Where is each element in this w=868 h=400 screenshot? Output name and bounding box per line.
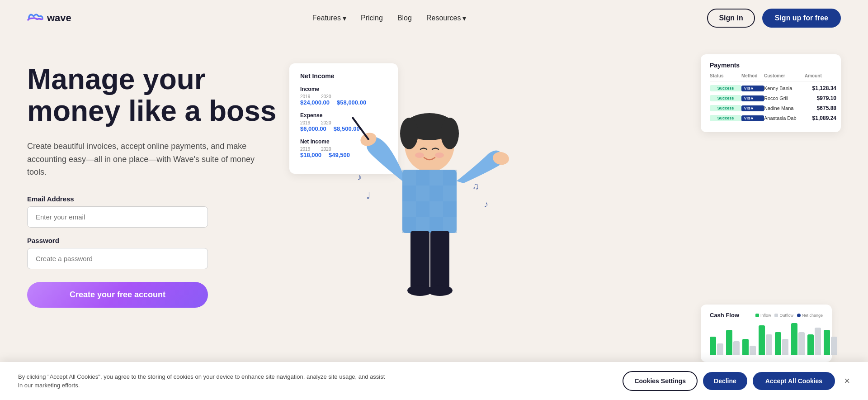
cookie-text: By clicking "Accept All Cookies", you ag… — [18, 372, 389, 390]
decline-button[interactable]: Decline — [703, 372, 747, 390]
svg-rect-15 — [402, 201, 416, 217]
svg-rect-18 — [443, 201, 457, 217]
left-panel: Manage your money like a boss Create bea… — [27, 54, 289, 389]
svg-rect-7 — [402, 170, 416, 186]
legend-outflow: Outflow — [774, 313, 793, 318]
svg-point-2 — [400, 118, 418, 149]
svg-rect-13 — [429, 186, 443, 201]
outflow-bar — [831, 337, 837, 355]
bar-group — [726, 330, 740, 355]
accept-all-cookies-button[interactable]: Accept All Cookies — [753, 372, 835, 390]
password-label: Password — [27, 237, 289, 244]
bar-group — [824, 330, 837, 355]
svg-point-4 — [415, 152, 424, 158]
outflow-bar — [782, 339, 788, 355]
payments-card: Payments Status Method Customer Amount S… — [701, 54, 841, 132]
nav-resources[interactable]: Resources ▾ — [426, 14, 466, 23]
bar-group — [710, 337, 723, 355]
net-income-title: Net Income — [300, 72, 387, 80]
chevron-down-icon: ▾ — [343, 14, 346, 23]
music-note-icon: ♫ — [472, 181, 479, 191]
inflow-bar — [775, 332, 781, 355]
main-content: Manage your money like a boss Create bea… — [0, 36, 868, 389]
music-note-icon: ♪ — [357, 172, 362, 182]
character-illustration: ♪ ♩ ♫ ♪ — [344, 81, 515, 330]
inflow-bar — [710, 337, 716, 355]
svg-rect-9 — [429, 170, 443, 186]
outflow-bar — [717, 343, 723, 355]
table-row: Success VISA Kenny Bania $1,128.34 — [710, 85, 832, 91]
svg-rect-22 — [443, 217, 457, 233]
svg-point-3 — [441, 118, 459, 149]
svg-rect-21 — [429, 217, 443, 233]
svg-rect-10 — [443, 170, 457, 186]
svg-line-25 — [353, 118, 368, 139]
right-panel: Net Income Income 2019 2020 $24,000.00 $… — [289, 54, 841, 389]
music-note-icon: ♩ — [366, 190, 370, 201]
payments-title: Payments — [710, 62, 832, 69]
music-note-icon: ♪ — [484, 199, 488, 210]
svg-rect-14 — [443, 186, 457, 201]
inflow-bar — [726, 330, 732, 355]
svg-rect-11 — [402, 186, 416, 201]
cookie-actions: Cookies Settings Decline Accept All Cook… — [623, 371, 850, 391]
inflow-bar — [791, 323, 797, 355]
bar-group — [807, 328, 821, 355]
svg-point-5 — [435, 152, 444, 158]
bar-group — [742, 339, 756, 355]
nav-features[interactable]: Features ▾ — [312, 14, 346, 23]
outflow-bar — [750, 346, 756, 355]
signup-button[interactable]: Sign up for free — [762, 9, 841, 28]
navbar: wave Features ▾ Pricing Blog Resources ▾… — [0, 0, 868, 36]
nav-actions: Sign in Sign up for free — [707, 9, 841, 28]
svg-point-29 — [427, 285, 453, 296]
outflow-bar — [798, 332, 805, 355]
table-row: Success VISA Rocco Grill $979.10 — [710, 95, 832, 101]
cookie-banner: By clicking "Accept All Cookies", you ag… — [0, 362, 868, 400]
outflow-bar — [766, 334, 772, 355]
email-input[interactable] — [27, 206, 208, 228]
close-cookie-banner-button[interactable]: × — [844, 375, 850, 387]
payments-table-header: Status Method Customer Amount — [710, 73, 832, 81]
table-row: Success VISA Anastasia Dab $1,089.24 — [710, 115, 832, 121]
hero-title: Manage your money like a boss — [27, 63, 289, 127]
inflow-bar — [759, 325, 765, 355]
svg-rect-17 — [429, 201, 443, 217]
wave-logo-icon — [27, 12, 43, 24]
chevron-down-icon: ▾ — [462, 14, 466, 23]
email-form-group: Email Address — [27, 195, 289, 228]
hero-subtitle: Create beautiful invoices, accept online… — [27, 140, 262, 179]
nav-links: Features ▾ Pricing Blog Resources ▾ — [312, 14, 467, 23]
svg-rect-19 — [402, 217, 416, 233]
password-form-group: Password — [27, 237, 289, 269]
inflow-bar — [807, 334, 814, 355]
bar-group — [791, 323, 805, 355]
nav-pricing[interactable]: Pricing — [361, 14, 383, 22]
cookies-settings-button[interactable]: Cookies Settings — [623, 371, 698, 391]
svg-rect-20 — [416, 217, 429, 233]
outflow-bar — [733, 341, 740, 355]
bar-group — [775, 332, 788, 355]
cashflow-card: Cash Flow Inflow Outflow Net change — [701, 305, 832, 362]
svg-rect-8 — [416, 170, 429, 186]
password-input[interactable] — [27, 248, 208, 269]
bar-group — [759, 325, 772, 355]
legend-net-change: Net change — [797, 313, 823, 318]
legend-inflow: Inflow — [755, 313, 771, 318]
svg-rect-12 — [416, 186, 429, 201]
nav-blog[interactable]: Blog — [397, 14, 412, 22]
create-account-button[interactable]: Create your free account — [27, 282, 208, 308]
outflow-bar — [815, 328, 821, 355]
table-row: Success VISA Nadine Mana $675.88 — [710, 105, 832, 111]
svg-rect-26 — [410, 231, 429, 290]
svg-rect-16 — [416, 201, 429, 217]
logo[interactable]: wave — [27, 12, 71, 24]
inflow-bar — [742, 339, 749, 355]
inflow-bar — [824, 330, 830, 355]
svg-rect-27 — [430, 231, 449, 290]
cashflow-chart — [710, 323, 823, 355]
email-label: Email Address — [27, 195, 289, 203]
logo-text: wave — [47, 12, 71, 24]
cashflow-title: Cash Flow — [710, 312, 739, 319]
signin-button[interactable]: Sign in — [707, 9, 755, 28]
